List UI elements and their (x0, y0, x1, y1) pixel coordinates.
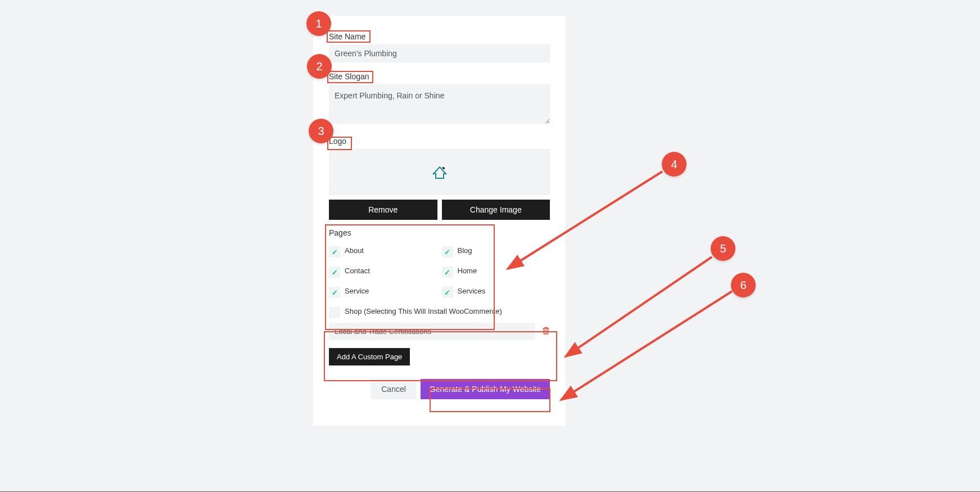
page-item-about: About (329, 246, 437, 258)
cancel-button[interactable]: Cancel (371, 379, 416, 399)
annotation-circle-2: 2 (307, 54, 332, 79)
annotation-number: 5 (720, 242, 726, 255)
site-slogan-field: Site Slogan (329, 71, 550, 136)
site-name-field: Site Name (329, 31, 550, 71)
page-checkbox-about[interactable] (329, 246, 340, 258)
page-label: Service (345, 287, 369, 295)
footer-row: Cancel Generate & Publish My Website (329, 379, 550, 399)
page-checkbox-contact[interactable] (329, 267, 340, 278)
page-checkbox-shop[interactable] (329, 307, 340, 318)
logo-label: Logo (329, 137, 346, 146)
site-slogan-input[interactable] (329, 84, 550, 124)
generate-publish-button[interactable]: Generate & Publish My Website (421, 379, 550, 399)
annotation-circle-1: 1 (306, 11, 331, 36)
svg-line-5 (561, 291, 732, 400)
page-label: Home (458, 267, 477, 275)
annotation-number: 4 (671, 158, 677, 171)
site-name-label: Site Name (329, 32, 365, 41)
site-slogan-label: Site Slogan (329, 72, 369, 81)
page-checkbox-blog[interactable] (442, 246, 453, 258)
page-label: Shop (Selecting This Will Install WooCom… (345, 307, 502, 315)
annotation-number: 2 (316, 60, 322, 73)
page-label: Services (458, 287, 486, 295)
pages-label: Pages (329, 228, 351, 237)
remove-logo-button[interactable]: Remove (329, 200, 437, 220)
annotation-number: 1 (315, 17, 322, 30)
annotation-circle-3: 3 (309, 119, 333, 143)
annotation-circle-5: 5 (711, 236, 735, 261)
house-logo-icon (431, 164, 448, 180)
custom-page-input[interactable] (329, 323, 535, 340)
page-label: Contact (345, 267, 370, 275)
page-checkbox-home[interactable] (442, 267, 453, 278)
page-checkbox-service[interactable] (329, 287, 340, 298)
page-checkbox-services[interactable] (442, 287, 453, 298)
page-label: Blog (458, 246, 472, 255)
custom-page-row (329, 323, 550, 340)
annotation-circle-6: 6 (731, 273, 756, 297)
page-item-contact: Contact (329, 267, 437, 278)
annotation-circle-4: 4 (662, 152, 687, 177)
page-item-shop: Shop (Selecting This Will Install WooCom… (329, 307, 550, 318)
annotation-arrow-6 (557, 288, 739, 407)
trash-icon[interactable] (542, 327, 550, 336)
page-item-service: Service (329, 287, 437, 298)
site-name-input[interactable] (329, 44, 550, 62)
page-item-services: Services (442, 287, 550, 298)
add-custom-page-button[interactable]: Add A Custom Page (329, 348, 410, 365)
annotation-number: 6 (740, 279, 746, 292)
annotation-number: 3 (318, 125, 324, 138)
page-label: About (345, 246, 364, 255)
